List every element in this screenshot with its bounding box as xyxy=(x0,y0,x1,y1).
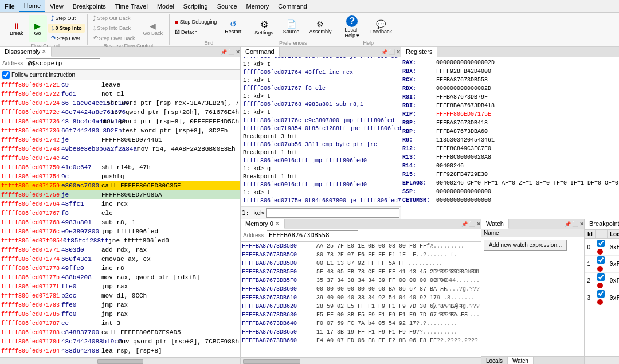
settings-button[interactable]: ⚙ Settings xyxy=(250,14,277,40)
disasm-row[interactable]: fffff806`ed071785 ffe0 jmp rax xyxy=(0,310,240,319)
break-button[interactable]: ⏸ Break xyxy=(6,15,28,42)
follow-checkbox[interactable] xyxy=(2,71,10,79)
disasm-row[interactable]: fffff806`ed071754 9c pushfq xyxy=(0,172,240,181)
disasm-row[interactable]: fffff806`ed071721 c9 leave xyxy=(0,80,240,89)
bp-checkbox[interactable] xyxy=(597,273,605,281)
memory-scrollbar-h[interactable] xyxy=(243,359,300,364)
assembly-button[interactable]: ⚙ Assembly xyxy=(305,14,335,40)
detach-button[interactable]: ⊠ Detach xyxy=(172,27,220,37)
breakpoint-row[interactable]: 3 0xFFFF806ED07A856 Software 1 xyxy=(585,289,620,306)
command-close[interactable]: ✕ xyxy=(396,49,401,55)
disasm-row[interactable]: fffff806`ed071767 f8 clc xyxy=(0,209,240,218)
go-back-button[interactable]: ◀ Go Back xyxy=(139,15,167,42)
source-button[interactable]: 📄 Source xyxy=(279,14,304,40)
add-watch-button[interactable]: Add new watch expression... xyxy=(484,240,567,251)
menu-memory[interactable]: Memory xyxy=(242,0,274,12)
registers-tab[interactable]: Registers xyxy=(401,47,437,57)
disassembly-tab[interactable]: Disassembly ✕ xyxy=(0,47,52,57)
locals-tab[interactable]: Locals xyxy=(481,357,508,364)
command-float[interactable]: ⬜ xyxy=(389,49,395,55)
memory-content[interactable]: FFFFBA87673DB5B0AA 25 7F E0 1E 0B 00 08 … xyxy=(241,242,481,357)
menu-scripting[interactable]: Scripting xyxy=(179,0,213,12)
memory-address-input[interactable] xyxy=(267,230,358,240)
menu-file[interactable]: File xyxy=(0,0,19,12)
memory-float[interactable]: ⬜ xyxy=(469,221,475,227)
menu-command[interactable]: Command xyxy=(273,0,312,12)
disasm-row[interactable]: fffff806`ed07172c 48c74424a8e761676 mov … xyxy=(0,108,240,117)
disasm-row[interactable]: fffff806`ed071736 48 8bc4c4a482b182 mov … xyxy=(0,117,240,126)
disasm-row[interactable]: fffff806`ed071794 488d642408 lea rsp, [r… xyxy=(0,346,240,355)
watch-close[interactable]: ✕ xyxy=(579,221,584,227)
bp-enabled[interactable] xyxy=(595,272,607,289)
disassembly-content[interactable]: fffff806`ed071721 c9 leavefffff806`ed071… xyxy=(0,80,240,357)
disasm-row[interactable]: fffff806`ed07177f ffe0 jmp rax xyxy=(0,282,240,291)
watch-tab[interactable]: Watch xyxy=(481,219,509,229)
disasm-row[interactable]: fffff806`ed071722 f6d1 not cl xyxy=(0,89,240,99)
disasm-row[interactable]: fffff806`ed07175e je FFFFF806ED7F985A xyxy=(0,190,240,199)
local-help-button[interactable]: ? LocalHelp ▾ xyxy=(340,14,363,40)
menu-view[interactable]: View xyxy=(45,0,68,12)
step-into-back-button[interactable]: ⤵ Step Into Back xyxy=(90,24,138,33)
disasm-row[interactable]: fffff806`ed071764 48ffc1 inc rcx xyxy=(0,199,240,209)
step-over-back-button[interactable]: ↶ Step Over Back xyxy=(90,33,138,43)
memory-tab[interactable]: Memory 0 ✕ xyxy=(241,219,285,229)
disasm-row[interactable]: fffff806`ed071768 4983a801 sub r8, 1 xyxy=(0,218,240,227)
watch-pin[interactable]: 📌 xyxy=(565,221,571,227)
menu-source[interactable]: Source xyxy=(213,0,242,12)
step-over-button[interactable]: ↷ Step Over xyxy=(48,33,85,43)
disasm-row[interactable]: fffff806`ed071787 cc int 3 xyxy=(0,319,240,328)
disasm-row[interactable]: fffff806`ed071724 66 1ac0c4ec158c107 shr… xyxy=(0,99,240,108)
menu-breakpoints[interactable]: Breakpoints xyxy=(68,0,111,12)
disasm-row[interactable]: fffff806`ed07174e 4c xyxy=(0,154,240,163)
disasm-row[interactable]: fffff806`ed07f9854 0f85fc1288ff jne ffff… xyxy=(0,236,240,245)
watch-subtab[interactable]: Watch xyxy=(508,357,534,364)
disasm-row[interactable]: fffff806`ed071750 41c0e647 shl r14b, 47h xyxy=(0,163,240,172)
watch-float[interactable]: ⬜ xyxy=(572,221,578,227)
disasm-scrollbar[interactable] xyxy=(97,359,143,364)
memory-tab-close[interactable]: ✕ xyxy=(275,221,280,226)
feedback-button[interactable]: 💬 Feedback xyxy=(365,14,396,40)
disasm-row[interactable]: fffff806`ed071774 660f43c1 cmovae ax, cx xyxy=(0,255,240,264)
step-into-button[interactable]: ⤵ 0 Step Into xyxy=(48,24,85,33)
disasm-row[interactable]: fffff806`ed071783 ffe0 jmp rax xyxy=(0,300,240,310)
command-tab[interactable]: Command xyxy=(241,47,280,57)
disasm-row[interactable]: fffff806`ed071759 e800ac7900 call FFFFF8… xyxy=(0,181,240,190)
bp-checkbox[interactable] xyxy=(597,240,605,247)
disassembly-pin[interactable]: 📌 xyxy=(221,49,227,55)
disasm-row[interactable]: fffff806`ed071781 b2cc mov dl, 0CCh xyxy=(0,291,240,300)
bp-checkbox[interactable] xyxy=(597,290,605,298)
disassembly-tab-close[interactable]: ✕ xyxy=(42,49,46,54)
bp-enabled[interactable] xyxy=(595,239,607,256)
menu-time-travel[interactable]: Time Travel xyxy=(111,0,152,12)
disasm-row[interactable]: fffff806`ed07176c e9e3807800 jmp fffff80… xyxy=(0,227,240,236)
step-out-back-button[interactable]: ⤴ Step Out Back xyxy=(90,14,138,23)
go-button[interactable]: ▶ Go xyxy=(29,15,47,42)
command-content[interactable]: fffff806`ed7f9854 0f85fc1288ff jne fffff… xyxy=(241,57,401,206)
command-input[interactable] xyxy=(266,208,399,218)
stop-debugging-button[interactable]: ■ Stop Debugging xyxy=(172,17,220,26)
disasm-row[interactable]: fffff806`ed071788 e848837700 call FFFFF8… xyxy=(0,328,240,337)
disassembly-float[interactable]: ⬜ xyxy=(228,49,234,55)
bp-enabled[interactable] xyxy=(595,256,607,272)
breakpoint-row[interactable]: 0 0xFFFF928FB713E90 1 Hardware Read 1844… xyxy=(585,239,620,256)
menu-model[interactable]: Model xyxy=(152,0,179,12)
disasm-row[interactable]: fffff806`ed071771 4803d0 add rdx, rax xyxy=(0,245,240,255)
memory-pin[interactable]: 📌 xyxy=(461,221,468,227)
disasm-row[interactable]: fffff806`ed07177b 488b4208 mov rax, qwor… xyxy=(0,273,240,282)
bp-enabled[interactable] xyxy=(595,289,607,306)
restart-button[interactable]: ↺ Restart xyxy=(221,14,245,40)
bp-checkbox[interactable] xyxy=(597,256,605,264)
memory-close[interactable]: ✕ xyxy=(476,221,481,227)
disasm-row[interactable]: fffff806`ed071736 66f7442480 8D2Eh test … xyxy=(0,126,240,135)
disasm-row[interactable]: fffff806`ed071748 49be8e8eb0b6a2f2a84a m… xyxy=(0,144,240,154)
command-pin[interactable]: 📌 xyxy=(381,49,387,55)
breakpoints-tab[interactable]: Breakpoints xyxy=(585,219,619,229)
menu-home[interactable]: Home xyxy=(19,0,45,12)
disasm-row[interactable]: fffff806`ed071742 je FFFFF806ED074461 xyxy=(0,135,240,144)
address-input[interactable] xyxy=(26,58,100,68)
step-out-button[interactable]: ⤴ Step Out xyxy=(48,14,85,23)
breakpoint-row[interactable]: 1 0xFFFFBA87673DB558 1 Hardware Read 184… xyxy=(585,256,620,272)
disassembly-close[interactable]: ✕ xyxy=(236,49,240,55)
breakpoint-row[interactable]: 2 0xFFFFBA87673DB560 1 Hardware Write 18… xyxy=(585,272,620,289)
disasm-row[interactable]: fffff806`ed071778 49ffc0 inc r8 xyxy=(0,264,240,273)
